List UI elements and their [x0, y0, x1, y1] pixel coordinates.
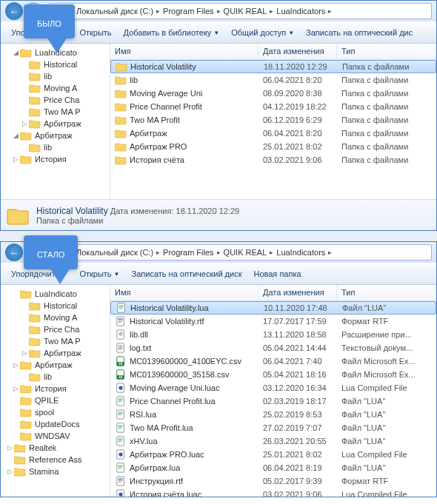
file-name: Арбитраж PRO	[130, 142, 187, 151]
file-rows[interactable]: Historical Volatility.lua10.11.2020 17:4…	[110, 301, 436, 497]
breadcrumb-seg[interactable]: LuaIndicators	[276, 248, 325, 257]
breadcrumb-seg[interactable]: LuaIndicators	[276, 7, 325, 16]
table-row[interactable]: Historical Volatility.lua10.11.2020 17:4…	[110, 301, 436, 315]
column-headers[interactable]: Имя Дата изменения Тип	[110, 285, 436, 301]
breadcrumb-seg[interactable]: Локальный диск (C:)	[76, 7, 153, 16]
tree-item-label: LuaIndicato	[35, 289, 77, 298]
col-name[interactable]: Имя	[110, 285, 258, 300]
breadcrumb-seg[interactable]: QUIK REAL	[224, 7, 267, 16]
breadcrumb-seg[interactable]: Program Files	[163, 248, 213, 257]
expand-icon[interactable]: ▷	[11, 361, 20, 369]
col-type[interactable]: Тип	[337, 285, 436, 300]
folder-icon	[116, 61, 127, 72]
expand-icon[interactable]: ◢	[11, 49, 20, 56]
tree-item[interactable]: ▷Арбитраж	[1, 359, 110, 371]
col-type[interactable]: Тип	[337, 44, 436, 59]
address-bar[interactable]: ▸ Локальный диск (C:)▸ Program Files▸ QU…	[48, 244, 432, 261]
tree-item[interactable]: Historical	[1, 300, 110, 312]
tree-item[interactable]: ◢Арбитраж	[1, 130, 110, 141]
table-row[interactable]: История счёта03.02.2021 9:06Папка с файл…	[110, 153, 436, 167]
nav-back-button[interactable]: ←	[5, 2, 23, 20]
tree-item[interactable]: Price Cha	[1, 94, 110, 106]
tree-item[interactable]: ▷Realtek	[1, 442, 110, 454]
tree-item[interactable]: UpdateDocs	[1, 418, 110, 430]
table-row[interactable]: Price Channel Profit.lua02.03.2019 18:17…	[110, 394, 436, 408]
table-row[interactable]: Арбитраж PRO25.01.2021 8:02Папка с файла…	[110, 140, 436, 153]
svg-rect-47	[119, 479, 123, 480]
breadcrumb-seg[interactable]: Локальный диск (C:)	[76, 248, 153, 257]
tree-item[interactable]: Two MA P	[1, 106, 110, 118]
callout-after: СТАЛО	[24, 235, 78, 269]
table-row[interactable]: История счёта.luac03.02.2021 9:06Lua Com…	[110, 488, 436, 497]
folder-icon	[29, 118, 41, 129]
table-row[interactable]: xHV.lua26.03.2021 20:55Файл "LUA"	[110, 434, 436, 448]
col-name[interactable]: Имя	[110, 44, 258, 59]
tree-item[interactable]: ▷Арбитраж	[1, 347, 110, 359]
breadcrumb-seg[interactable]: QUIK REAL	[224, 248, 267, 257]
tree-item[interactable]: Two MA P	[1, 335, 110, 347]
col-date[interactable]: Дата изменения	[258, 285, 337, 300]
table-row[interactable]: Moving Average Uni08.09.2020 8:38Папка с…	[110, 87, 436, 100]
table-row[interactable]: Moving Average Uni.luac03.12.2020 16:34L…	[110, 381, 436, 394]
svg-rect-30	[119, 413, 123, 414]
tree-item[interactable]: lib	[1, 371, 110, 383]
table-row[interactable]: log.txt05.04.2021 14:44Текстовый докум..…	[110, 341, 436, 355]
col-date[interactable]: Дата изменения	[258, 44, 337, 59]
folder-icon	[29, 312, 41, 323]
table-row[interactable]: lib06.04.2021 8:20Папка с файлами	[110, 73, 436, 87]
expand-icon[interactable]: ▷	[20, 120, 29, 127]
add-to-library-button[interactable]: Добавить в библиотеку▼	[118, 25, 226, 40]
table-row[interactable]: Инструкция.rtf05.02.2017 9:39Формат RTF	[110, 474, 436, 488]
tree-item[interactable]: Moving A	[1, 312, 110, 323]
open-button[interactable]: Открыть	[73, 25, 117, 40]
folder-tree[interactable]: LuaIndicatoHistoricalMoving APrice ChaTw…	[1, 285, 110, 497]
tree-item[interactable]: Reference Ass	[1, 454, 110, 466]
expand-icon[interactable]: ◢	[11, 132, 20, 139]
table-row[interactable]: aMC0139600000_35158.csv05.04.2021 18:16Ф…	[110, 368, 436, 381]
tree-item[interactable]: lib	[1, 70, 110, 82]
open-button[interactable]: Открыть▼	[73, 266, 125, 281]
table-row[interactable]: Арбитраж.lua06.04.2021 8:19Файл "LUA"	[110, 461, 436, 474]
share-button[interactable]: Общий доступ▼	[225, 25, 300, 40]
table-row[interactable]: lib.dll13.11.2020 18:58Расширение при...	[110, 328, 436, 341]
expand-icon[interactable]: ▷	[11, 155, 20, 163]
new-folder-button[interactable]: Новая папка	[247, 266, 307, 281]
table-row[interactable]: Price Channel Profit04.12.2019 18:22Папк…	[110, 100, 436, 113]
expand-icon[interactable]: ▷	[20, 349, 29, 357]
svg-rect-45	[119, 468, 121, 468]
nav-back-button[interactable]: ←	[5, 243, 23, 261]
table-row[interactable]: Арбитраж06.04.2021 8:20Папка с файлами	[110, 127, 436, 140]
tree-item[interactable]: ▷История	[1, 153, 110, 165]
tree-item[interactable]: ▷Stamina	[1, 466, 110, 477]
tree-item[interactable]: lib	[1, 141, 110, 153]
table-row[interactable]: Historical Volatility18.11.2020 12:29Пап…	[110, 60, 436, 73]
folder-icon	[29, 372, 41, 382]
burn-button[interactable]: Записать на оптический дис	[300, 25, 418, 40]
table-row[interactable]: aMC0139600000_4100EYC.csv06.04.2021 7:40…	[110, 355, 436, 368]
tree-item[interactable]: LuaIndicato	[1, 288, 110, 300]
expand-icon[interactable]: ▷	[5, 444, 14, 451]
tree-item[interactable]: spool	[1, 406, 110, 418]
table-row[interactable]: RSI.lua25.02.2019 8:53Файл "LUA"	[110, 408, 436, 421]
address-bar[interactable]: ▸ Локальный диск (C:)▸ Program Files▸ QU…	[48, 3, 432, 19]
table-row[interactable]: Historical Volatility.rtf17.07.2017 17:5…	[110, 315, 436, 328]
tree-item[interactable]: Historical	[1, 58, 110, 70]
tree-item[interactable]: Price Cha	[1, 323, 110, 335]
burn-button[interactable]: Записать на оптический диск	[126, 266, 248, 281]
table-row[interactable]: Арбитраж PRO.luac25.01.2021 8:02Lua Comp…	[110, 448, 436, 461]
expand-icon[interactable]: ▷	[5, 468, 14, 475]
file-rows[interactable]: Historical Volatility18.11.2020 12:29Пап…	[110, 60, 436, 199]
column-headers[interactable]: Имя Дата изменения Тип	[110, 44, 436, 60]
folder-tree[interactable]: ◢LuaIndicatoHistoricallibMoving APrice C…	[1, 44, 110, 199]
expand-icon[interactable]: ▷	[11, 385, 20, 392]
tree-item[interactable]: Moving A	[1, 82, 110, 94]
breadcrumb-seg[interactable]: Program Files	[163, 7, 213, 16]
tree-item[interactable]: ▷История	[1, 383, 110, 394]
table-row[interactable]: Two MA Profit06.12.2019 6:29Папка с файл…	[110, 113, 436, 127]
lua-icon	[115, 436, 127, 446]
tree-item[interactable]: WNDSAV	[1, 430, 110, 442]
tree-item[interactable]: QPILE	[1, 394, 110, 406]
table-row[interactable]: Two MA Profit.lua27.02.2019 7:07Файл "LU…	[110, 421, 436, 434]
tree-item[interactable]: ▷Арбитраж	[1, 118, 110, 130]
folder-icon	[115, 101, 127, 112]
